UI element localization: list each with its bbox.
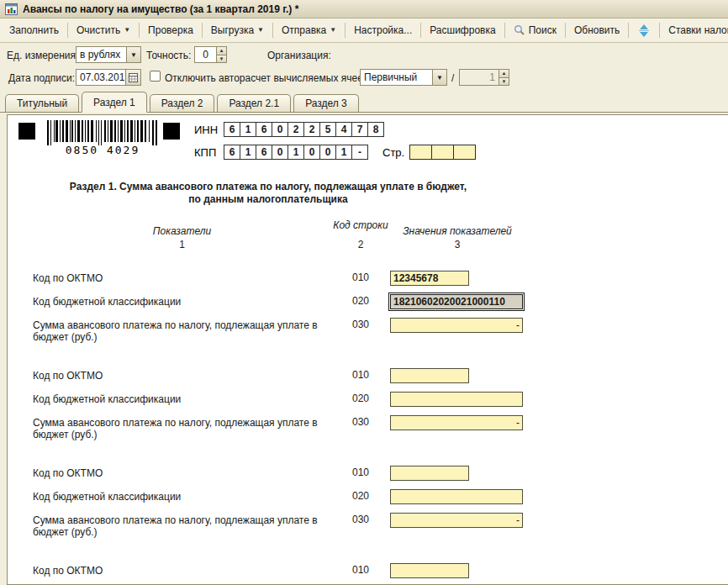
registration-mark-right [163, 123, 180, 140]
kpp-digit-cell: 6 [224, 145, 240, 160]
sign-date-field[interactable]: 07.03.2019 [76, 69, 141, 86]
chevron-down-icon: ▼ [330, 27, 336, 34]
kpp-cells: 6 1 6 0 1 0 0 1 - [224, 145, 368, 160]
inn-digit-cell: 7 [351, 122, 368, 137]
chevron-down-icon: ▼ [257, 27, 264, 34]
refresh-button[interactable]: Обновить [567, 21, 627, 40]
inn-digit-cell: 6 [256, 122, 272, 137]
table-column-numbers: 1 2 3 [33, 239, 728, 250]
tab-titulny[interactable]: Титульный [5, 94, 79, 112]
autocalc-label: Отключить авторасчет вычисляемых ячеек [165, 72, 367, 84]
inn-digit-cell: 2 [303, 122, 320, 137]
chevron-down-icon[interactable]: ▼ [126, 47, 140, 62]
payment-block: Код по ОКТМО 010 Код бюджетной классифик… [33, 466, 728, 538]
row-code: 030 [331, 318, 390, 332]
registration-mark-left [18, 123, 35, 140]
chevron-down-icon[interactable]: ▼ [432, 70, 446, 85]
fill-button[interactable]: Заполнить [2, 21, 66, 40]
kpp-digit-cell: 0 [272, 145, 288, 160]
kbk-field[interactable] [390, 392, 523, 407]
calendar-icon[interactable] [125, 70, 140, 85]
tab-razdel-3[interactable]: Раздел 3 [293, 94, 359, 112]
row-label: Код по ОКТМО [33, 466, 331, 479]
row-label: Код бюджетной классификации [33, 294, 331, 308]
tab-razdel-2-1[interactable]: Раздел 2.1 [217, 94, 291, 112]
payment-block: Код по ОКТМО 010 Код бюджетной классифик… [33, 563, 728, 585]
up-down-arrows-icon [637, 24, 651, 37]
toolbar-separator [504, 23, 505, 38]
kpp-label: КПП [194, 146, 216, 159]
kpp-digit-cell: 1 [240, 145, 256, 160]
toolbar-separator [659, 23, 660, 38]
spinner-arrows-icon[interactable]: ▲▼ [216, 47, 226, 62]
spinner-arrows-icon[interactable]: ▲▼ [499, 70, 509, 85]
kpp-digit-cell: 0 [303, 145, 320, 160]
search-button[interactable]: Поиск [506, 21, 564, 40]
decode-button[interactable]: Расшифровка [422, 21, 503, 40]
tab-strip: Титульный Раздел 1 Раздел 2 Раздел 2.1 Р… [0, 92, 728, 113]
oktmo-field[interactable] [390, 368, 469, 383]
inn-digit-cell: 2 [288, 122, 304, 137]
row-code: 020 [331, 392, 390, 406]
row-label: Код по ОКТМО [33, 563, 331, 577]
toolbar-separator [565, 23, 566, 38]
window-titlebar: Авансы по налогу на имущество (за 1 квар… [0, 0, 728, 18]
oktmo-field[interactable] [390, 466, 469, 481]
row-label: Код бюджетной классификации [33, 489, 331, 503]
table-row: Сумма авансового платежа по налогу, подл… [33, 513, 728, 538]
search-icon [514, 24, 525, 36]
header-indicators: Показатели [33, 219, 331, 237]
page-digit-cell[interactable] [409, 145, 432, 160]
unit-select[interactable]: в рублях ▼ [76, 46, 141, 63]
toolbar-separator [628, 23, 629, 38]
toolbar-separator [139, 23, 140, 38]
kpp-digit-cell: 6 [256, 145, 272, 160]
precision-label: Точность: [146, 50, 191, 61]
send-button[interactable]: Отправка▼ [274, 21, 344, 40]
toolbar-separator [202, 23, 203, 38]
sum-field[interactable]: - [390, 415, 523, 430]
kpp-digit-cell: 0 [319, 145, 336, 160]
setup-button[interactable]: Настройка... [346, 21, 419, 40]
kbk-field[interactable] [390, 489, 523, 504]
check-button[interactable]: Проверка [140, 21, 201, 40]
sum-field[interactable]: - [390, 318, 523, 333]
kbk-field[interactable]: 18210602020021000110 [390, 294, 523, 309]
row-code: 020 [331, 489, 390, 503]
toolbar-separator [420, 23, 421, 38]
table-row: Сумма авансового платежа по налогу, подл… [33, 318, 728, 343]
tab-razdel-2[interactable]: Раздел 2 [150, 94, 215, 112]
tab-razdel-1[interactable]: Раздел 1 [82, 92, 147, 113]
sign-date-label: Дата подписи: [8, 72, 75, 84]
payment-block: Код по ОКТМО 010 Код бюджетной классифик… [33, 368, 728, 440]
clear-button[interactable]: Очистить▼ [69, 21, 138, 40]
expand-collapse-button[interactable] [630, 21, 658, 40]
page-number-cells [409, 145, 476, 160]
page-number-label: Стр. [382, 146, 404, 159]
inn-digit-cell: 4 [335, 122, 352, 137]
table-row: Код бюджетной классификации 020 [33, 392, 728, 407]
settings-panel: Ед. измерения: в рублях ▼ Точность: 0 ▲▼… [0, 43, 728, 92]
document-type-select[interactable]: Первичный ▼ [360, 69, 447, 86]
toolbar-separator [345, 23, 346, 38]
table-row: Код бюджетной классификации 020 [33, 489, 728, 504]
row-code: 030 [331, 513, 390, 527]
sum-field[interactable]: - [390, 513, 523, 528]
table-row: Код по ОКТМО 010 12345678 [33, 271, 728, 286]
autocalc-checkbox[interactable] [150, 71, 161, 82]
slash-separator: / [451, 72, 454, 84]
row-label: Сумма авансового платежа по налогу, подл… [33, 415, 331, 440]
report-window-icon [5, 3, 18, 15]
precision-stepper[interactable]: 0 ▲▼ [194, 46, 227, 63]
row-label: Сумма авансового платежа по налогу, подл… [33, 513, 331, 538]
oktmo-field[interactable]: 12345678 [390, 271, 469, 286]
organization-label: Организация: [267, 50, 331, 61]
export-button[interactable]: Выгрузка▼ [203, 21, 272, 40]
page-digit-cell[interactable] [453, 145, 476, 160]
row-label: Код по ОКТМО [33, 368, 331, 382]
toolbar-separator [272, 23, 273, 38]
tax-rates-button[interactable]: Ставки налога на имущество [661, 21, 728, 40]
oktmo-field[interactable] [390, 563, 469, 578]
form-header: 0850 4029 ИНН 6 1 6 0 2 2 5 4 7 8 КПП 6 … [8, 115, 728, 167]
page-digit-cell[interactable] [431, 145, 454, 160]
